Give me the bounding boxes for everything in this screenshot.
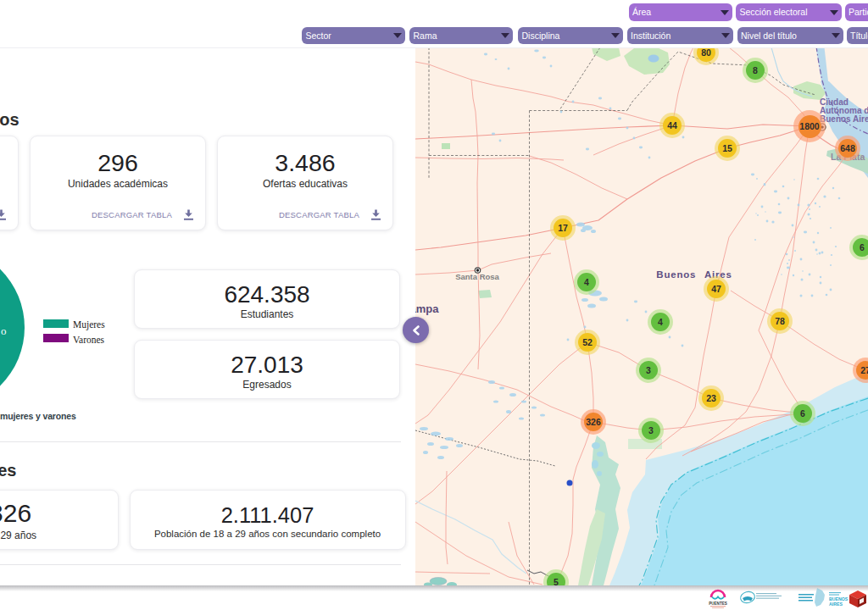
svg-text:La Pampa: La Pampa (415, 302, 439, 315)
svg-text:AIRES: AIRES (829, 602, 843, 607)
svg-text:PUENTES: PUENTES (709, 602, 727, 606)
svg-text:Buenos Aires: Buenos Aires (820, 114, 868, 124)
svg-text:Santa Rosa: Santa Rosa (455, 272, 499, 281)
